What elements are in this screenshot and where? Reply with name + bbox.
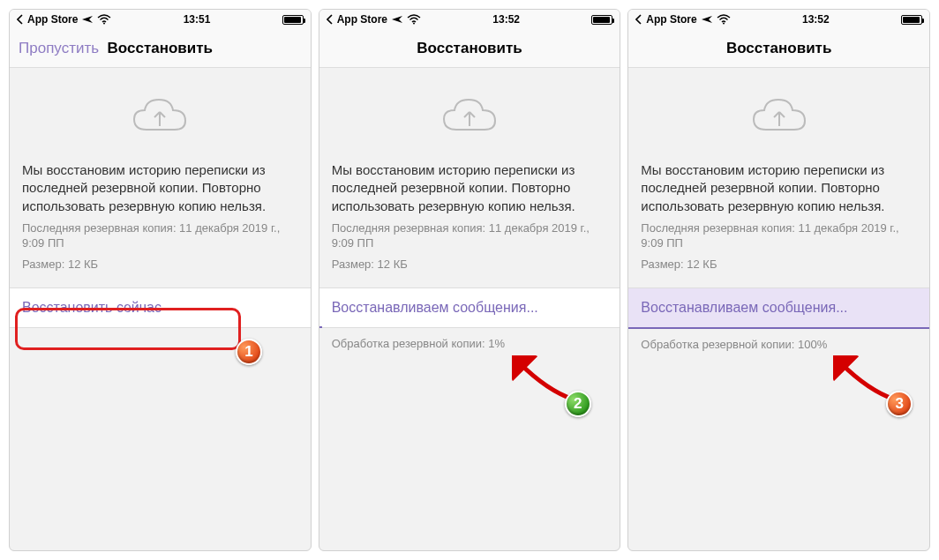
airplane-icon — [81, 13, 94, 26]
status-bar: App Store 13:52 — [319, 10, 620, 29]
screen-3: App Store 13:52 Восстановить Мы восстано… — [627, 9, 930, 551]
back-to-appstore[interactable]: App Store — [646, 13, 696, 26]
back-chevron-icon[interactable] — [635, 14, 642, 25]
battery-icon — [282, 15, 304, 25]
back-chevron-icon[interactable] — [17, 14, 24, 25]
restore-message: Мы восстановим историю переписки из посл… — [641, 161, 917, 215]
cloud-upload-icon — [332, 94, 608, 138]
restoring-label: Восстанавливаем сообщения... — [332, 300, 538, 315]
backup-date: Последняя резервная копия: 11 декабря 20… — [332, 220, 608, 251]
status-bar: App Store 13:51 — [10, 10, 311, 29]
annotation-badge-1: 1 — [236, 339, 262, 365]
airplane-icon — [391, 13, 403, 26]
restore-message: Мы восстановим историю переписки из посл… — [332, 161, 608, 215]
backup-date: Последняя резервная копия: 11 декабря 20… — [22, 220, 298, 251]
svg-point-0 — [103, 23, 105, 25]
clock: 13:52 — [802, 13, 830, 26]
airplane-icon — [701, 13, 713, 26]
cloud-upload-icon — [22, 94, 298, 138]
restore-now-button[interactable]: Восстановить сейчас — [10, 287, 311, 328]
nav-bar: Пропустить Восстановить — [10, 29, 311, 68]
processing-text: Обработка резервной копии: 1% — [332, 328, 608, 350]
annotation-badge-2: 2 — [565, 391, 591, 417]
back-to-appstore[interactable]: App Store — [27, 13, 78, 26]
clock: 13:51 — [184, 13, 211, 26]
screen-2: App Store 13:52 Восстановить Мы восстано… — [319, 9, 621, 551]
skip-button[interactable]: Пропустить — [19, 40, 99, 57]
back-to-appstore[interactable]: App Store — [337, 13, 387, 26]
battery-icon — [901, 15, 922, 25]
progress-bar — [319, 326, 322, 328]
screen-1: App Store 13:51 Пропустить Восстановить … — [9, 9, 312, 551]
restoring-status-row: Восстанавливаем сообщения... — [628, 287, 929, 329]
battery-icon — [591, 15, 612, 25]
cloud-upload-icon — [641, 94, 917, 138]
nav-title: Восстановить — [108, 40, 213, 57]
nav-bar: Восстановить — [319, 29, 620, 68]
restore-message: Мы восстановим историю переписки из посл… — [22, 161, 298, 215]
wifi-icon — [717, 14, 731, 25]
wifi-icon — [97, 14, 111, 25]
svg-point-2 — [723, 23, 725, 25]
nav-bar: Восстановить — [628, 29, 929, 68]
processing-text: Обработка резервной копии: 100% — [641, 329, 917, 351]
wifi-icon — [407, 14, 421, 25]
status-bar: App Store 13:52 — [628, 10, 929, 29]
backup-size: Размер: 12 КБ — [332, 257, 608, 273]
svg-point-1 — [413, 23, 415, 25]
clock: 13:52 — [492, 13, 520, 26]
back-chevron-icon[interactable] — [327, 14, 334, 25]
restoring-label: Восстанавливаем сообщения... — [641, 300, 847, 315]
backup-date: Последняя резервная копия: 11 декабря 20… — [641, 220, 917, 251]
nav-title: Восстановить — [726, 40, 831, 57]
restore-now-label: Восстановить сейчас — [22, 300, 162, 315]
nav-title: Восстановить — [417, 40, 522, 57]
restoring-status-row: Восстанавливаем сообщения... — [319, 287, 620, 328]
backup-size: Размер: 12 КБ — [22, 257, 298, 273]
backup-size: Размер: 12 КБ — [641, 257, 917, 273]
